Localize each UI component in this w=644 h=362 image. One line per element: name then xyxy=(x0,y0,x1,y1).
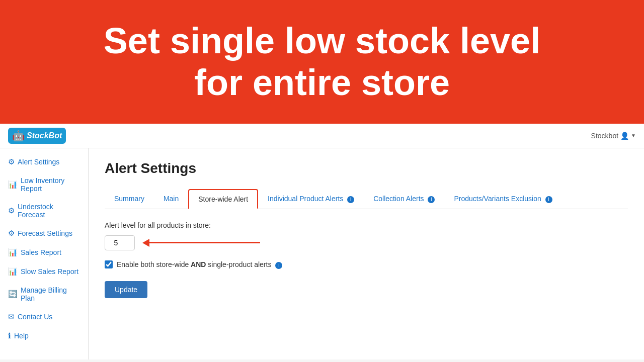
info-icon: i xyxy=(545,196,552,203)
sidebar-item-label: Slow Sales Report xyxy=(21,267,78,276)
arrow-head-icon xyxy=(142,239,149,247)
arrow-shaft xyxy=(149,242,260,243)
user-menu[interactable]: Stockbot 👤 ▼ xyxy=(591,132,636,140)
hero-line2: for entire store xyxy=(194,62,450,103)
alert-level-form: Alert level for all products in store: E… xyxy=(105,221,628,298)
settings-icon: ⚙ xyxy=(8,229,15,238)
sidebar-item-label: Forecast Settings xyxy=(18,229,72,237)
sidebar-item-forecast-settings[interactable]: ⚙ Forecast Settings xyxy=(0,224,88,243)
tab-individual-product-alerts[interactable]: Individual Product Alerts i xyxy=(258,189,364,209)
hero-title: Set single low stock level for entire st… xyxy=(10,20,634,104)
tabs: Summary Main Store-wide Alert Individual… xyxy=(105,189,628,209)
alert-level-input[interactable] xyxy=(105,235,135,250)
app-layout: ⚙ Alert Settings 📊 Low Inventory Report … xyxy=(0,148,644,359)
chevron-down-icon: ▼ xyxy=(631,133,636,138)
tab-products-variants-exclusion[interactable]: Products/Variants Exclusion i xyxy=(444,189,561,209)
info-icon: i xyxy=(347,196,354,203)
sidebar-item-low-inventory-report[interactable]: 📊 Low Inventory Report xyxy=(0,171,88,198)
tab-exclusion-label: Products/Variants Exclusion xyxy=(454,195,541,203)
tab-summary-label: Summary xyxy=(114,195,144,203)
tab-store-wide-alert[interactable]: Store-wide Alert xyxy=(188,189,258,209)
enable-both-alerts-label: Enable both store-wide AND single-produc… xyxy=(117,260,282,269)
sidebar-item-label: Sales Report xyxy=(21,248,61,256)
tab-individual-label: Individual Product Alerts xyxy=(268,195,343,203)
logo[interactable]: 🤖 StockBot xyxy=(8,128,66,144)
sidebar-item-slow-sales-report[interactable]: 📊 Slow Sales Report xyxy=(0,262,88,281)
sidebar-item-alert-settings[interactable]: ⚙ Alert Settings xyxy=(0,152,88,171)
sidebar-item-label: Understock Forecast xyxy=(18,203,80,219)
alert-level-label: Alert level for all products in store: xyxy=(105,221,628,229)
appbar: 🤖 StockBot Stockbot 👤 ▼ xyxy=(0,124,644,148)
tab-collection-alerts[interactable]: Collection Alerts i xyxy=(364,189,444,209)
page-title: Alert Settings xyxy=(105,160,628,176)
sidebar-item-understock-forecast[interactable]: ⚙ Understock Forecast xyxy=(0,198,88,224)
help-icon: ℹ xyxy=(8,331,11,340)
slow-sales-icon: 📊 xyxy=(8,267,18,276)
user-label: Stockbot xyxy=(591,132,618,140)
sidebar-item-label: Low Inventory Report xyxy=(21,176,80,193)
logo-robot-icon: 🤖 xyxy=(12,130,25,142)
forecast-icon: ⚙ xyxy=(8,206,15,215)
hero-banner: Set single low stock level for entire st… xyxy=(0,0,644,124)
sidebar-item-help[interactable]: ℹ Help xyxy=(0,326,88,345)
billing-icon: 🔄 xyxy=(8,290,18,299)
enable-both-alerts-row: Enable both store-wide AND single-produc… xyxy=(105,260,628,269)
sidebar-item-contact-us[interactable]: ✉ Contact Us xyxy=(0,307,88,326)
envelope-icon: ✉ xyxy=(8,312,15,321)
tab-summary[interactable]: Summary xyxy=(105,189,154,209)
alert-level-input-row xyxy=(105,235,628,250)
sidebar-item-label: Manage Billing Plan xyxy=(21,286,80,302)
tab-collection-label: Collection Alerts xyxy=(373,195,424,203)
bar-chart-icon: 📊 xyxy=(8,180,18,189)
update-button[interactable]: Update xyxy=(105,281,147,298)
sales-chart-icon: 📊 xyxy=(8,248,18,257)
sidebar-item-label: Help xyxy=(14,332,29,340)
hero-line1: Set single low stock level xyxy=(104,21,540,61)
info-icon: i xyxy=(428,196,435,203)
sidebar-item-sales-report[interactable]: 📊 Sales Report xyxy=(0,243,88,262)
tab-main-label: Main xyxy=(164,195,179,203)
info-icon: i xyxy=(275,262,282,269)
sidebar-item-label: Alert Settings xyxy=(18,158,59,166)
arrow-indicator xyxy=(143,239,260,247)
sidebar: ⚙ Alert Settings 📊 Low Inventory Report … xyxy=(0,148,89,359)
logo-text: StockBot xyxy=(27,131,62,140)
tab-store-wide-label: Store-wide Alert xyxy=(198,195,248,203)
sidebar-item-manage-billing[interactable]: 🔄 Manage Billing Plan xyxy=(0,281,88,307)
tab-main[interactable]: Main xyxy=(154,189,188,209)
user-avatar-icon: 👤 xyxy=(620,132,629,140)
gear-icon: ⚙ xyxy=(8,157,15,166)
sidebar-item-label: Contact Us xyxy=(18,313,52,321)
enable-both-alerts-checkbox[interactable] xyxy=(105,260,113,268)
main-content: Alert Settings Summary Main Store-wide A… xyxy=(89,148,644,359)
